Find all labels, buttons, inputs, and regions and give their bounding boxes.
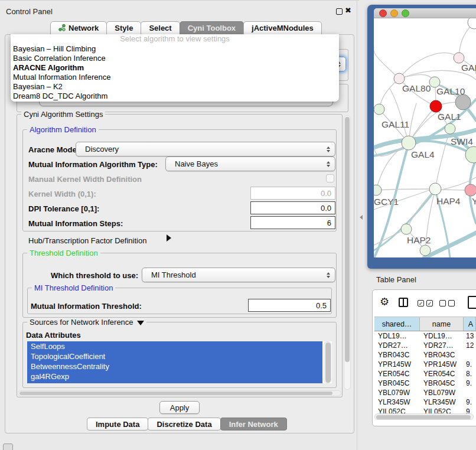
dpi-tolerance-field[interactable]: 0.0 <box>250 201 335 214</box>
which-threshold-combo[interactable]: MI Threshold <box>142 268 335 282</box>
kernel-width-field[interactable]: 0.0 <box>250 187 335 200</box>
settings-horizontal-scrollbar[interactable] <box>18 390 341 396</box>
checked-checkbox-icon[interactable]: ✓ <box>418 300 424 306</box>
network-edge[interactable] <box>376 143 409 190</box>
mi-threshold-label: Mutual Information Threshold: <box>31 302 142 311</box>
close-icon[interactable]: ✖ <box>345 6 351 15</box>
sources-group-title[interactable]: Sources for Network Inference <box>27 318 146 327</box>
table-column-header[interactable]: name <box>420 317 464 331</box>
table-row[interactable]: YER054CYER054C8. <box>374 369 476 379</box>
network-node[interactable] <box>420 245 431 256</box>
table-column-header[interactable]: A <box>464 317 476 331</box>
table-row[interactable]: YLR345WYLR345W9. <box>374 397 476 407</box>
table-horizontal-scrollbar[interactable] <box>374 413 474 420</box>
table-row[interactable]: YBL079WYBL079W <box>374 388 476 397</box>
table-cell: 13 <box>464 331 476 341</box>
attribute-item[interactable]: SelfLoops <box>27 341 322 351</box>
table-row[interactable]: YIL052CYIL052C9 <box>374 407 476 413</box>
table-hscrollbar-thumb[interactable] <box>376 415 471 419</box>
aracne-mode-combo[interactable]: Discovery <box>76 142 335 156</box>
panel-divider <box>357 0 357 450</box>
network-node[interactable] <box>465 184 476 196</box>
network-node[interactable] <box>430 100 442 112</box>
collapse-arrow-icon[interactable] <box>137 321 144 325</box>
table-cell: YIL052C <box>420 407 464 413</box>
table-row[interactable]: YDR27…YDR27…12 <box>374 341 476 350</box>
network-edge[interactable] <box>399 53 459 79</box>
network-node[interactable] <box>445 123 455 134</box>
network-edge[interactable] <box>376 189 429 190</box>
minimize-traffic-light-icon[interactable] <box>390 9 398 17</box>
attributes-vertical-scrollbar[interactable] <box>324 341 331 383</box>
table-cell <box>464 388 476 397</box>
tab-style[interactable]: Style <box>106 21 141 35</box>
table-row[interactable]: YDL19…YDL19…13 <box>374 331 476 341</box>
attributes-scrollbar-thumb[interactable] <box>325 343 331 383</box>
table-cell: 12 <box>464 341 476 350</box>
table-row[interactable]: YBR045CYBR045C9. <box>374 379 476 388</box>
split-columns-icon[interactable] <box>399 298 408 307</box>
network-node[interactable] <box>455 94 471 110</box>
network-node[interactable] <box>465 146 476 163</box>
algorithm-option[interactable]: Dream8 DC_TDC Algorithm <box>11 92 339 101</box>
mi-steps-label: Mutual Information Steps: <box>28 219 123 228</box>
network-edge[interactable] <box>390 89 409 143</box>
network-node[interactable] <box>429 183 441 195</box>
table-cell: YBR043C <box>420 350 464 360</box>
unchecked-checkbox-icon[interactable] <box>448 300 455 306</box>
algorithm-option[interactable]: Mutual Information Inference <box>11 73 339 82</box>
network-node[interactable] <box>394 73 405 84</box>
network-node[interactable] <box>468 18 476 29</box>
table-cell: YDR27… <box>420 341 464 350</box>
attribute-item[interactable]: BetweennessCentrality <box>27 361 322 371</box>
network-canvas[interactable]: GALGAL80GAL10GAL1GAL11SWI4GAL4GCY1HAP4YH… <box>374 18 476 257</box>
network-window-titlebar[interactable] <box>374 8 476 18</box>
algorithm-option[interactable]: Basic Correlation Inference <box>11 54 339 63</box>
attribute-item[interactable]: gal4RGexp <box>27 371 322 381</box>
mi-steps-field[interactable]: 6 <box>250 216 335 229</box>
network-node[interactable] <box>454 53 464 63</box>
tab-impute-data[interactable]: Impute Data <box>87 418 148 431</box>
network-node[interactable] <box>374 104 384 115</box>
document-icon[interactable] <box>468 296 476 309</box>
float-window-icon[interactable] <box>336 8 343 15</box>
table-cell: YDL19… <box>374 331 420 341</box>
expand-arrow-icon[interactable] <box>167 234 171 242</box>
tab-jactivemnodules[interactable]: jActiveMNodules <box>243 21 322 35</box>
corner-widget-icon[interactable] <box>3 444 13 450</box>
gear-icon[interactable]: ⚙ <box>380 296 389 307</box>
splitter-collapse-icon[interactable] <box>360 215 363 220</box>
network-edge[interactable] <box>374 47 399 79</box>
mi-type-combo[interactable]: Naive Bayes <box>165 156 335 171</box>
close-traffic-light-icon[interactable] <box>379 9 387 17</box>
manual-kernel-checkbox[interactable] <box>326 174 334 182</box>
algorithm-option[interactable]: Bayesian – K2 <box>11 82 339 92</box>
table-row[interactable]: YPR145WYPR145W9. <box>374 360 476 369</box>
algorithm-option[interactable]: Bayesian – Hill Climbing <box>11 44 339 54</box>
checked-checkbox-icon[interactable]: ✓ <box>426 300 433 306</box>
hub-definition-label[interactable]: Hub/Transcription Factor Definition <box>28 236 146 245</box>
mi-threshold-field[interactable]: 0.5 <box>248 299 331 312</box>
network-node[interactable] <box>401 224 412 234</box>
algorithm-option[interactable]: ARACNE Algorithm <box>11 63 339 73</box>
tab-network[interactable]: Network <box>50 21 107 35</box>
table-row[interactable]: YBR043CYBR043C <box>374 350 476 360</box>
attribute-item[interactable]: TopologicalCoefficient <box>27 351 322 361</box>
combo-arrows-icon <box>327 272 330 278</box>
table-cell: YPR145W <box>374 360 420 369</box>
settings-scrollbar-thumb[interactable] <box>345 117 350 362</box>
tab-infer-network[interactable]: Infer Network <box>220 418 287 431</box>
table-column-header[interactable]: shared… <box>374 317 420 331</box>
control-panel-tabs: NetworkStyleSelectCyni ToolboxjActiveMNo… <box>51 21 322 35</box>
tab-cyni-toolbox[interactable]: Cyni Toolbox <box>180 21 244 35</box>
network-node[interactable] <box>402 136 416 150</box>
settings-hscrollbar-thumb[interactable] <box>19 392 332 395</box>
zoom-traffic-light-icon[interactable] <box>402 9 409 17</box>
network-node-label: GAL80 <box>402 83 431 93</box>
tab-select[interactable]: Select <box>141 21 180 35</box>
unchecked-checkbox-icon[interactable] <box>439 300 446 306</box>
network-node[interactable] <box>374 185 382 195</box>
tab-discretize-data[interactable]: Discretize Data <box>148 418 220 431</box>
settings-vertical-scrollbar[interactable] <box>344 115 351 390</box>
apply-button[interactable]: Apply <box>159 401 200 414</box>
